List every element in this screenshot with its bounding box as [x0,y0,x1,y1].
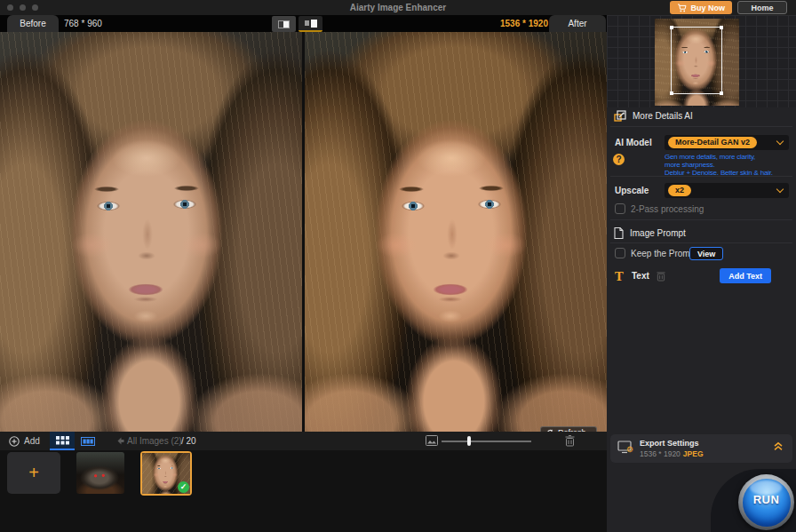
export-size-line: 1536 * 1920JPEG [640,449,704,458]
thumbnail-item-creature[interactable] [76,452,124,494]
compare-bar: Before 768 * 960 1536 * 1920 After [0,15,607,32]
page-count-label: / 20 [181,432,196,450]
before-size-label: 768 * 960 [64,15,102,32]
slider-track [442,441,531,442]
ai-model-label: AI Model [615,138,652,147]
view-prompt-button[interactable]: View [689,247,723,260]
divider [610,176,792,177]
bottom-toolbar: Add All Images (2) / 20 [0,432,607,450]
upscale-dropdown[interactable]: x2 [665,183,789,198]
grid-view-icon [56,436,69,445]
upscale-label: Upscale [615,186,649,195]
tab-after[interactable]: After [549,15,606,32]
add-image-thumbnail-button[interactable]: + [7,452,60,494]
split-view-icon [278,20,290,28]
export-settings-card[interactable]: ⚙ Export Settings 1536 * 1920JPEG [610,434,792,463]
add-images-button[interactable]: Add [9,432,40,450]
buy-now-button[interactable]: Buy Now [670,1,732,14]
chevron-down-icon [776,186,784,193]
selected-check-icon: ✓ [178,481,189,493]
gear-icon: ⚙ [626,445,633,454]
delete-text-button[interactable] [657,271,665,282]
home-button[interactable]: Home [737,1,787,14]
after-size-label: 1536 * 1920 [500,15,548,32]
before-image[interactable] [0,32,302,432]
delete-image-button[interactable] [565,435,575,447]
thumbnail-item-portrait-selected[interactable]: ✓ [140,451,192,496]
navigator-preview [607,15,796,107]
navigator-thumbnail[interactable] [655,19,739,106]
divider [610,126,792,127]
add-text-button[interactable]: Add Text [720,268,771,283]
app-window: Aiarty Image Enhancer Buy Now Home Befor… [0,0,796,532]
divider [610,219,792,220]
double-chevron-up-icon [773,441,784,451]
ai-model-value: More-Detail GAN v2 [668,137,757,148]
buy-now-label: Buy Now [690,4,725,12]
two-pass-checkbox[interactable] [615,203,625,214]
list-view-button[interactable] [76,432,100,450]
side-by-side-view-toggle-button[interactable] [298,16,322,32]
cart-icon [677,4,687,12]
run-button[interactable]: RUN [738,474,794,530]
thumbnail-strip: + ✓ [0,450,607,532]
divider [610,242,792,243]
keep-prompt-label: Keep the Prompt [631,249,697,258]
export-settings-title: Export Settings [640,439,699,448]
list-view-icon [81,437,95,446]
thumbnail-size-slider[interactable] [442,432,531,450]
two-pass-label: 2-Pass processing [631,204,704,214]
document-icon [614,227,624,239]
home-label: Home [751,4,773,12]
more-details-title: More Details AI [633,111,693,121]
titlebar: Aiarty Image Enhancer Buy Now Home [0,0,796,15]
face-selection-box[interactable] [671,27,722,94]
keep-prompt-checkbox[interactable] [615,248,625,258]
trash-icon [657,271,665,282]
export-format: JPEG [683,449,704,458]
add-images-label: Add [24,436,40,446]
image-prompt-title: Image Prompt [630,228,686,238]
image-prompt-section-header: Image Prompt [614,227,686,239]
all-images-label[interactable]: All Images (2) [127,432,182,450]
add-text-label: Add Text [728,272,762,281]
text-row: T Text Add Text [607,271,796,289]
after-image[interactable] [305,32,607,432]
help-icon[interactable]: ? [613,154,625,165]
enhance-icon [614,110,626,122]
previous-page-icon[interactable] [116,437,124,445]
thumbnail-size-icon [426,435,438,446]
settings-panel: More Details AI AI Model More-Detail GAN… [607,15,796,532]
trash-icon [565,435,575,447]
upscale-value: x2 [668,185,691,196]
view-label: View [697,250,715,258]
run-button-area: RUN [711,469,796,532]
ai-model-dropdown[interactable]: More-Detail GAN v2 [665,135,789,150]
more-details-section-header: More Details AI [614,110,693,122]
image-viewer: Refresh 100% [0,32,607,432]
run-label: RUN [738,493,794,506]
side-by-side-view-icon [305,20,317,28]
plus-icon: + [28,463,39,482]
chevron-down-icon [776,138,784,145]
add-circle-icon [9,436,20,447]
tab-before[interactable]: Before [7,15,59,32]
slider-handle[interactable] [467,436,471,446]
collapse-export-button[interactable] [773,441,784,451]
grid-view-button[interactable] [50,432,75,450]
split-view-toggle-button[interactable] [272,16,296,32]
text-label: Text [632,271,649,281]
text-tool-icon: T [615,271,624,282]
export-size: 1536 * 1920 [640,449,681,458]
